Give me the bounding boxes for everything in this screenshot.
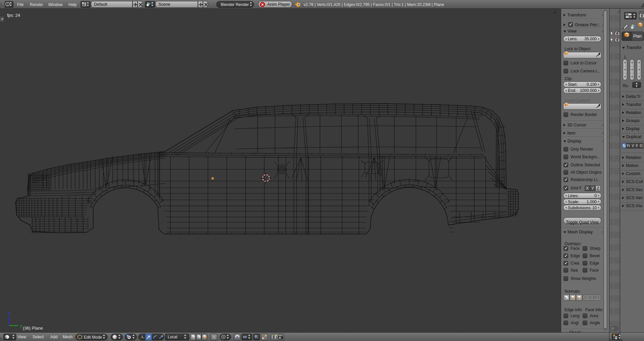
svg-text:y: y bbox=[20, 323, 22, 328]
svg-text:i: i bbox=[7, 3, 8, 6]
svg-text:z: z bbox=[8, 311, 10, 316]
